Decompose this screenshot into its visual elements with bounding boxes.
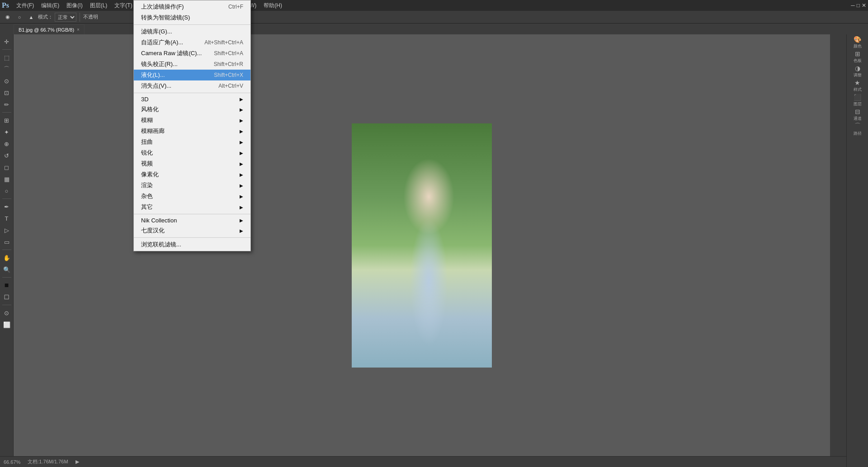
menu-text[interactable]: 文字(T) — [111, 1, 136, 10]
history-tool[interactable]: ↺ — [1, 150, 12, 161]
menu-item-----[interactable]: 七度汉化▶ — [134, 225, 250, 236]
panel-color-label: 颜色 — [854, 43, 862, 49]
mode-label: 模式： — [38, 14, 53, 20]
submenu-arrow-icon: ▶ — [240, 218, 243, 223]
panel-styles[interactable]: ★ 样式 — [849, 80, 866, 92]
maximize-button[interactable]: □ — [857, 2, 860, 9]
menu-item-----[interactable]: 模糊画廊▶ — [134, 126, 250, 137]
panel-swatches-label: 色板 — [854, 58, 862, 64]
eraser-tool[interactable]: ◻ — [1, 162, 12, 173]
menu-item-label: 七度汉化 — [141, 226, 165, 235]
foreground-color[interactable]: ■ — [1, 280, 12, 291]
shape-tool[interactable]: ▭ — [1, 236, 12, 247]
menu-item---[interactable]: 渲染▶ — [134, 180, 250, 191]
panel-color[interactable]: 🎨 颜色 — [849, 36, 866, 49]
submenu-arrow-icon: ▶ — [240, 161, 243, 166]
menu-item-label: 转换为智能滤镜(S) — [141, 14, 190, 22]
screen-mode-btn[interactable]: ⬜ — [1, 319, 12, 330]
brush-options-btn[interactable]: ○ — [14, 12, 24, 22]
quick-select-tool[interactable]: ⊙ — [1, 75, 12, 86]
eyedropper-tool[interactable]: ✏ — [1, 99, 12, 110]
submenu-arrow-icon: ▶ — [240, 228, 243, 233]
tool-sep-2 — [2, 112, 11, 113]
minimize-button[interactable]: ─ — [851, 2, 855, 9]
menu-item---[interactable]: 杂色▶ — [134, 191, 250, 202]
gradient-tool[interactable]: ▦ — [1, 174, 12, 184]
menu-item---[interactable]: 扭曲▶ — [134, 137, 250, 147]
panel-paths[interactable]: ⌒ 路径 — [849, 123, 866, 136]
tool-sep-6 — [2, 305, 11, 305]
crop-tool[interactable]: ⊡ — [1, 87, 12, 98]
panel-adjustments[interactable]: ◑ 调整 — [849, 65, 866, 78]
brush-tool[interactable]: ✦ — [1, 127, 12, 137]
panel-paths-label: 路径 — [854, 131, 862, 137]
panel-layers[interactable]: ⬛ 图层 — [849, 94, 866, 107]
pressure-btn[interactable]: ▲ — [26, 12, 36, 22]
ps-logo: Ps — [2, 1, 9, 9]
dodge-tool[interactable]: ○ — [1, 185, 12, 196]
menu-file[interactable]: 文件(F) — [13, 1, 38, 10]
menu-layer[interactable]: 图层(L) — [86, 1, 111, 10]
menu-item---[interactable]: 锐化▶ — [134, 147, 250, 158]
active-tab[interactable]: B1.jpg @ 66.7% (RGB/8) × — [14, 24, 85, 34]
opacity-label: 不透明 — [83, 14, 98, 20]
menu-item-Camera-Raw----C----[interactable]: Camera Raw 滤镜(C)...Shift+Ctrl+A — [134, 48, 250, 59]
tool-sep-4 — [2, 250, 11, 250]
mode-select[interactable]: 正常 — [55, 13, 76, 22]
menu-edit[interactable]: 编辑(E) — [38, 1, 63, 10]
menu-item-----G----[interactable]: 滤镜库(G)... — [134, 26, 250, 37]
submenu-arrow-icon: ▶ — [240, 194, 243, 199]
menu-item----------[interactable]: 浏览联机滤镜... — [134, 239, 250, 250]
menu-item------R----[interactable]: 镜头校正(R)...Shift+Ctrl+R — [134, 59, 250, 70]
menu-divider-24 — [134, 237, 250, 238]
submenu-arrow-icon: ▶ — [240, 140, 243, 145]
menu-item-label: 滤镜库(G)... — [141, 28, 172, 36]
text-tool[interactable]: T — [1, 213, 12, 224]
menu-item----[interactable]: 风格化▶ — [134, 104, 250, 115]
menu-item---[interactable]: 视频▶ — [134, 158, 250, 169]
menu-item-shortcut: Ctrl+F — [228, 4, 243, 10]
tool-sep-3 — [2, 198, 11, 199]
menu-item-----V----[interactable]: 消失点(V)...Alt+Ctrl+V — [134, 80, 250, 91]
menu-item-label: Camera Raw 滤镜(C)... — [141, 49, 202, 57]
menu-item-label: 模糊画廊 — [141, 127, 165, 135]
quick-mask-btn[interactable]: ⊙ — [1, 307, 12, 318]
menu-item-label: Nik Collection — [141, 217, 177, 224]
menu-item----[interactable]: 像素化▶ — [134, 169, 250, 180]
panel-swatches[interactable]: ⊞ 色板 — [849, 51, 866, 63]
status-bar: 66.67% 文档:1.76M/1.76M ▶ — [0, 456, 868, 467]
pen-tool[interactable]: ✒ — [1, 201, 12, 212]
menu-item-shortcut: Shift+Ctrl+R — [214, 61, 243, 67]
menu-item---[interactable]: 其它▶ — [134, 202, 250, 212]
menu-item--------F-[interactable]: 上次滤镜操作(F)Ctrl+F — [134, 1, 250, 12]
panel-styles-label: 样式 — [854, 87, 862, 93]
tool-options-btn[interactable]: ◉ — [3, 12, 13, 22]
move-tool[interactable]: ✛ — [1, 36, 12, 47]
path-tool[interactable]: ▷ — [1, 225, 12, 236]
panel-channels[interactable]: ⊟ 通道 — [849, 108, 866, 121]
menu-item----L----[interactable]: 液化(L)...Shift+Ctrl+X — [134, 70, 250, 80]
menu-divider-21 — [134, 214, 250, 214]
menu-item-------A----[interactable]: 自适应广角(A)...Alt+Shift+Ctrl+A — [134, 37, 250, 48]
menu-image[interactable]: 图像(I) — [63, 1, 86, 10]
tab-close-btn[interactable]: × — [77, 27, 80, 32]
menu-item-Nik-Collection[interactable]: Nik Collection▶ — [134, 216, 250, 225]
menu-item---------S-[interactable]: 转换为智能滤镜(S) — [134, 12, 250, 23]
close-button[interactable]: ✕ — [862, 2, 866, 9]
background-color[interactable]: □ — [1, 292, 12, 302]
top-toolbar: ◉ ○ ▲ 模式： 正常 不透明 — [0, 11, 868, 24]
zoom-tool[interactable]: 🔍 — [1, 264, 12, 275]
menu-help[interactable]: 帮助(H) — [260, 1, 286, 10]
clone-tool[interactable]: ⊕ — [1, 138, 12, 149]
marquee-tool[interactable]: ⬚ — [1, 52, 12, 63]
patch-tool[interactable]: ⊞ — [1, 115, 12, 126]
menu-item-3D[interactable]: 3D▶ — [134, 94, 250, 104]
photo-image — [352, 123, 492, 368]
menu-item---[interactable]: 模糊▶ — [134, 115, 250, 126]
menu-item-label: 视频 — [141, 160, 153, 168]
hand-tool[interactable]: ✋ — [1, 252, 12, 263]
panel-channels-label: 通道 — [854, 116, 862, 122]
status-arrow[interactable]: ▶ — [75, 459, 79, 465]
lasso-tool[interactable]: ⌒ — [1, 64, 12, 75]
left-toolbar: ✛ ⬚ ⌒ ⊙ ⊡ ✏ ⊞ ✦ ⊕ ↺ ◻ ▦ ○ ✒ T ▷ ▭ ✋ 🔍 ■ … — [0, 34, 14, 456]
